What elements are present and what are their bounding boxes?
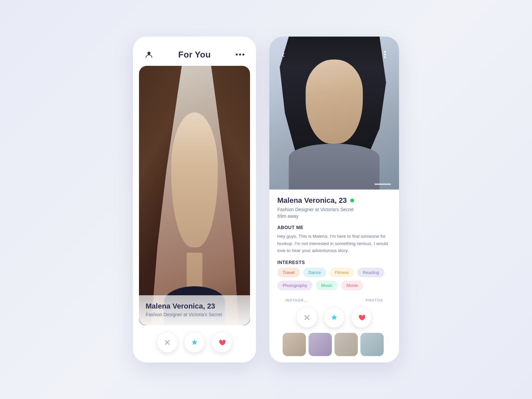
interest-music[interactable]: Music <box>316 281 338 290</box>
back-button[interactable]: ‹ <box>277 49 289 61</box>
right-portrait-body <box>289 144 380 190</box>
left-action-buttons <box>133 325 256 362</box>
right-portrait-face <box>306 60 363 144</box>
page-title: For You <box>178 50 211 60</box>
svg-point-2 <box>239 54 241 56</box>
dislike-button-left[interactable] <box>157 332 177 352</box>
right-name-row: Malena Veronica, 23 <box>277 196 391 205</box>
svg-point-3 <box>242 54 244 56</box>
right-profile-distance: 69m away <box>277 213 391 219</box>
profile-icon[interactable] <box>143 49 155 61</box>
right-profile-job: Fashion Designer at Victoria's Secret <box>277 207 391 212</box>
right-phone-card: ‹ Malena Veronica, 23 Fashion Designer a… <box>269 37 399 362</box>
like-button-left[interactable] <box>212 332 232 352</box>
profile-name-left: Malena Veronica, 23 <box>146 302 243 311</box>
svg-point-6 <box>384 51 386 53</box>
interests-title: INTERESTS <box>277 260 391 265</box>
profile-name-overlay: Malena Veronica, 23 Fashion Designer at … <box>139 295 250 325</box>
instagram-label: INSTAGR... <box>285 298 366 302</box>
svg-point-0 <box>148 52 151 55</box>
insta-photos-row: INSTAGR... PHOTOS <box>277 296 391 304</box>
photo-indicator <box>374 184 391 185</box>
mini-photo-2[interactable] <box>309 333 332 356</box>
left-header: For You <box>133 37 256 66</box>
like-button-right[interactable] <box>351 308 371 328</box>
interest-travel[interactable]: Travel <box>277 268 300 277</box>
right-header: ‹ <box>269 37 399 61</box>
right-action-buttons <box>277 304 391 333</box>
svg-point-8 <box>384 57 386 58</box>
about-me-title: ABOUT ME <box>277 225 391 230</box>
more-options-icon[interactable] <box>379 49 391 61</box>
portrait-face <box>171 112 218 247</box>
mini-photo-4[interactable] <box>360 333 384 356</box>
dislike-button-right[interactable] <box>297 308 317 328</box>
about-me-text: Hey guys, This is Malena. I'm here to fi… <box>277 233 391 254</box>
mini-photo-1[interactable] <box>283 333 306 356</box>
right-profile-details: Malena Veronica, 23 Fashion Designer at … <box>269 190 399 362</box>
interest-reading[interactable]: Reading <box>357 268 384 277</box>
bottom-photos <box>277 333 391 356</box>
interest-dance[interactable]: Dance <box>303 268 327 277</box>
superlike-button-right[interactable] <box>324 308 344 328</box>
right-profile-name: Malena Veronica, 23 <box>277 196 347 205</box>
interest-fitness[interactable]: Fitness <box>330 268 354 277</box>
menu-icon[interactable] <box>234 49 246 61</box>
svg-point-1 <box>236 54 238 56</box>
mini-photo-3[interactable] <box>334 333 358 356</box>
profile-image-left: Malena Veronica, 23 Fashion Designer at … <box>139 66 250 325</box>
superlike-button-left[interactable] <box>185 332 204 352</box>
online-indicator <box>350 199 354 202</box>
interest-photography[interactable]: Photography <box>277 281 313 290</box>
svg-point-7 <box>384 54 386 56</box>
left-phone-card: For You Malena Veronica, 23 Fashion Desi… <box>133 37 256 362</box>
interest-movie[interactable]: Movie <box>341 281 363 290</box>
profile-job-left: Fashion Designer at Victoria's Secret <box>146 312 243 317</box>
interests-container: Travel Dance Fitness Reading Photography… <box>277 268 391 290</box>
photos-label: PHOTOS <box>366 298 383 302</box>
